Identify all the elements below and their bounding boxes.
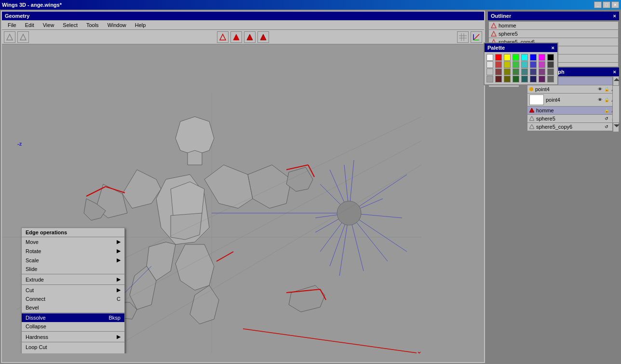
palette-color-darkolive[interactable] [504,68,511,75]
scroll-up-btn[interactable] [613,76,619,86]
ctx-extrude-label: Extrude [26,277,44,283]
svg-line-37 [216,252,233,261]
outliner-item-homme[interactable]: homme [489,22,618,29]
palette-color-darkpurple[interactable] [539,76,545,82]
geograph-close[interactable]: × [613,69,616,75]
palette-color-mgray[interactable] [547,68,554,75]
svg-marker-17 [122,170,161,208]
viewport[interactable]: × -z Edge operations Move ▶ R [2,44,484,353]
palette-color-white[interactable] [486,54,493,61]
palette-color-dkgreen[interactable] [513,68,519,75]
palette-color-dkdkteal[interactable] [521,76,528,82]
ctx-move-arrow: ▶ [117,239,121,245]
scroll-down-btn[interactable] [613,122,619,132]
ctx-loopcut[interactable]: Loop Cut [22,343,124,351]
menu-tools[interactable]: Tools [82,21,103,29]
palette-color-mgreen[interactable] [513,61,519,68]
palette-color-dkdkgreen[interactable] [513,76,519,82]
outliner-icon-homme [491,23,497,28]
lock-icon-point4a[interactable]: 🔒 [604,86,609,92]
toolbar-tri-white-right[interactable] [17,31,29,43]
palette-color-magenta[interactable] [539,54,545,61]
svg-marker-31 [171,182,204,218]
svg-marker-23 [176,117,214,155]
close-button[interactable]: × [611,1,619,8]
palette-color-red[interactable] [495,54,502,61]
ctx-hardness[interactable]: Hardness ▶ [22,332,124,341]
toolbar-tri-red-solid1[interactable] [244,31,256,43]
eye-icon-point4a[interactable]: 👁 [597,86,603,92]
geograph-item-sphere5[interactable]: sphere5 ↺ 🔒 [527,115,618,122]
lock-icon-point4b[interactable]: 🔒 [604,97,609,103]
palette-color-mteal[interactable] [521,61,528,68]
palette-color-mpurple[interactable] [539,61,545,68]
eye-icon-point4b[interactable]: 👁 [597,97,603,103]
palette-color-dred[interactable] [495,61,502,68]
toolbar-tri-red-solid2[interactable] [257,31,269,43]
ctx-cut[interactable]: Cut ▶ [22,285,124,295]
ctx-scale[interactable]: Scale ▶ [22,256,124,265]
ctx-sep-1 [22,274,124,274]
svg-marker-2 [220,34,226,40]
svg-marker-70 [529,108,534,112]
palette-color-gray[interactable] [486,76,493,82]
geograph-item-point4b[interactable]: point4 👁 🔒 [527,94,618,106]
ctx-dissolve-label: Dissolve [26,315,46,321]
ctx-rotate[interactable]: Rotate ▶ [22,246,124,256]
geograph-item-point4a[interactable]: point4 👁 🔒 [527,85,618,93]
palette-close[interactable]: × [552,45,554,51]
ctx-dissolve[interactable]: Dissolve Bksp [22,313,124,322]
toolbar-tri-white-left[interactable] [4,31,15,43]
palette-color-darkgray[interactable] [547,76,554,82]
palette-color-navy[interactable] [530,68,537,75]
refresh-icon-sphere5[interactable]: ↺ [604,116,609,121]
ctx-slide[interactable]: Slide [22,265,124,273]
palette-color-green[interactable] [513,54,519,61]
svg-marker-74 [614,78,620,81]
menu-file[interactable]: File [4,21,20,29]
palette-color-silver[interactable] [486,68,493,75]
menu-window[interactable]: Window [104,21,130,29]
ctx-collapse[interactable]: Collapse [22,322,124,331]
palette-color-darkyellow[interactable] [504,76,511,82]
palette-color-darknavy[interactable] [530,76,537,82]
palette-color-lgray[interactable] [486,61,493,68]
palette-color-mblue[interactable] [530,61,537,68]
palette-color-blue[interactable] [530,54,537,61]
title-bar-buttons[interactable]: _ □ × [594,1,619,8]
ctx-connect[interactable]: Connect C [22,295,124,303]
ctx-dissolve-shortcut: Bksp [109,315,121,321]
geograph-scrollbar[interactable] [612,76,619,132]
refresh-icon-sphere5copy6[interactable]: ↺ [604,124,609,130]
palette-color-cyan[interactable] [521,54,528,61]
palette-color-dgray[interactable] [547,61,554,68]
toolbar-axis-btn[interactable] [471,31,482,43]
outliner-item-sphere5[interactable]: sphere5 [489,30,618,38]
ctx-extrude[interactable]: Extrude ▶ [22,275,124,284]
toolbar-grid-btn[interactable] [457,31,469,43]
toolbar-tri-red-outline[interactable] [217,31,229,43]
palette-color-darkbrown[interactable] [495,76,502,82]
palette-color-purple[interactable] [539,68,545,75]
geograph-item-sphere5copy6[interactable]: sphere5_copy6 ↺ 🔒 [527,123,618,131]
ctx-vertexcolor[interactable]: Vertex Color [22,351,124,353]
ctx-bevel[interactable]: Bevel [22,303,124,312]
ctx-move[interactable]: Move ▶ [22,237,124,246]
menu-view[interactable]: View [39,21,58,29]
toolbar-tri-red-half[interactable] [230,31,242,43]
palette-color-dolive[interactable] [504,61,511,68]
outliner-close[interactable]: × [613,13,616,19]
minimize-button[interactable]: _ [594,1,602,8]
svg-marker-5 [247,34,253,40]
menu-help[interactable]: Help [131,21,150,29]
palette-color-black[interactable] [547,54,554,61]
lock-icon-homme[interactable]: 🔒 [604,108,609,113]
palette-color-brown[interactable] [495,68,502,75]
maximize-button[interactable]: □ [603,1,610,8]
geograph-item-homme[interactable]: homme 🔒 [527,107,618,114]
palette-color-yellow[interactable] [504,54,511,61]
menu-edit[interactable]: Edit [21,21,38,29]
menu-select[interactable]: Select [59,21,81,29]
svg-marker-65 [491,31,496,36]
palette-color-dkteal[interactable] [521,68,528,75]
